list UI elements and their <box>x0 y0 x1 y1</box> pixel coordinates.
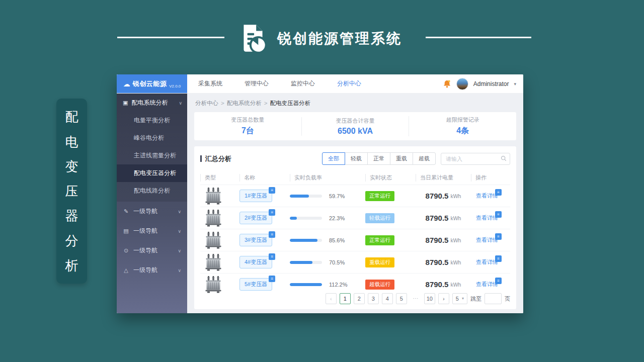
page-button-5[interactable]: 5 <box>396 293 407 304</box>
filter-light-button[interactable]: 轻载 <box>345 152 368 165</box>
app-logo[interactable]: ☁ 锐创云能源 V2.0.0 <box>117 74 187 93</box>
view-details-link[interactable]: 查看详情≡ <box>476 258 498 266</box>
table-header: 类型 名称 实时负载率 实时状态 当日累计电量 操作 <box>200 171 510 185</box>
col-header-energy: 当日累计电量 <box>416 174 471 182</box>
report-document-icon <box>236 21 270 55</box>
user-avatar[interactable] <box>456 78 468 90</box>
sidebar-item-main-line-demand[interactable]: 主进线需量分析 <box>117 147 187 164</box>
page-button-1[interactable]: 1 <box>340 293 351 304</box>
transformer-image <box>200 209 239 227</box>
sidebar: ▣ 配电系统分析 ∨ 电量平衡分析 峰谷电分析 主进线需量分析 配电变压器分析 … <box>117 94 187 313</box>
detail-badge-icon: ≡ <box>495 233 502 240</box>
check-circle-icon: ⊙ <box>123 247 129 254</box>
sidebar-item-peak-valley[interactable]: 峰谷电分析 <box>117 129 187 147</box>
warning-triangle-icon: △ <box>123 267 129 274</box>
sidebar-item-nav-3[interactable]: ⊙ 一级导航 ∨ <box>117 241 187 260</box>
banner-char: 析 <box>65 259 78 272</box>
sidebar-item-label: 一级导航 <box>133 227 157 235</box>
app-version: V2.0.0 <box>169 84 181 88</box>
transformer-name-button[interactable]: 1#变压器≡ <box>239 190 272 202</box>
detail-badge-icon: ≡ <box>495 211 502 218</box>
jump-page-input[interactable] <box>485 293 502 304</box>
sidebar-item-nav-2[interactable]: ▤ 一级导航 ∨ <box>117 221 187 241</box>
transformer-image <box>200 276 239 294</box>
nav-item-manage[interactable]: 管理中心 <box>245 79 269 88</box>
breadcrumb-current: 配电变压器分析 <box>270 100 310 106</box>
view-details-link[interactable]: 查看详情≡ <box>476 236 498 244</box>
sidebar-item-line-analysis[interactable]: 配电线路分析 <box>117 182 187 200</box>
page-size-select[interactable]: 5 ▾ <box>452 293 467 304</box>
detail-badge-icon: ≡ <box>269 231 275 238</box>
page-button-4[interactable]: 4 <box>382 293 393 304</box>
detail-badge-icon: ≡ <box>495 278 502 284</box>
breadcrumb-item[interactable]: 分析中心 <box>195 100 218 106</box>
energy-unit: kWh <box>450 237 461 243</box>
load-progressbar <box>290 195 322 198</box>
pencil-icon: ✎ <box>123 208 129 215</box>
page-button-3[interactable]: 3 <box>368 293 379 304</box>
sidebar-item-label: 一级导航 <box>133 266 157 275</box>
banner-char: 器 <box>65 209 78 222</box>
nav-item-analysis[interactable]: 分析中心 <box>337 79 361 88</box>
load-progressbar <box>290 217 322 220</box>
page-button-2[interactable]: 2 <box>354 293 365 304</box>
alarm-icon[interactable] <box>443 79 451 88</box>
search-input[interactable] <box>441 153 510 165</box>
chevron-down-icon: ∨ <box>178 209 181 214</box>
transformer-name-button[interactable]: 2#变压器≡ <box>239 212 272 224</box>
filter-heavy-button[interactable]: 重载 <box>390 152 413 165</box>
prev-page-button[interactable]: ‹ <box>326 293 337 304</box>
filter-over-button[interactable]: 超载 <box>413 152 436 165</box>
pagination-ellipsis: ··· <box>410 293 421 304</box>
side-vertical-banner: 配 电 变 压 器 分 析 <box>56 99 87 284</box>
stat-label: 超限报警记录 <box>409 116 516 124</box>
stat-label: 变压器合计容量 <box>302 117 409 125</box>
main-content: 分析中心>配电系统分析>配电变压器分析 变压器总数量 7台 变压器合计容量 65… <box>187 94 523 313</box>
next-page-button[interactable]: › <box>438 293 449 304</box>
page-size-value: 5 <box>456 294 459 304</box>
transformer-name: 5#变压器 <box>245 281 267 287</box>
nav-item-monitor[interactable]: 监控中心 <box>291 79 315 88</box>
transformer-name-button[interactable]: 4#变压器≡ <box>239 256 272 268</box>
table-row: 3#变压器≡ 85.6% 正常运行 8790.5kWh 查看详情≡ <box>200 229 510 251</box>
filter-all-button[interactable]: 全部 <box>322 152 345 165</box>
app-logo-name: 锐创云能源 <box>133 79 167 88</box>
col-header-actions: 操作 <box>471 174 510 182</box>
transformer-name-button[interactable]: 3#变压器≡ <box>239 234 272 246</box>
cloud-icon: ☁ <box>123 80 130 87</box>
page-title: 锐创能源管理系统 <box>277 29 402 48</box>
load-percent: 70.5% <box>329 259 345 265</box>
user-name[interactable]: Administrator <box>473 80 509 87</box>
topbar-right: Administrator ▾ <box>443 74 523 93</box>
view-details-link[interactable]: 查看详情≡ <box>476 281 498 288</box>
status-badge: 正常运行 <box>365 191 394 201</box>
sidebar-item-transformer-analysis[interactable]: 配电变压器分析 <box>117 164 187 182</box>
nav-item-collect[interactable]: 采集系统 <box>198 79 222 88</box>
status-badge: 轻载运行 <box>365 213 394 223</box>
stat-value: 4条 <box>409 126 516 136</box>
transformer-image <box>200 231 239 249</box>
user-menu-caret-icon[interactable]: ▾ <box>514 81 516 86</box>
sidebar-group-distribution-analysis[interactable]: ▣ 配电系统分析 ∨ <box>117 94 187 112</box>
page-button-10[interactable]: 10 <box>424 293 435 304</box>
sidebar-item-power-balance[interactable]: 电量平衡分析 <box>117 112 187 129</box>
detail-badge-icon: ≡ <box>269 209 275 216</box>
filter-normal-button[interactable]: 正常 <box>367 152 390 165</box>
view-details-link[interactable]: 查看详情≡ <box>476 192 498 200</box>
list-icon: ▤ <box>123 228 129 234</box>
col-header-load: 实时负载率 <box>290 174 365 182</box>
banner-char: 压 <box>65 185 78 198</box>
breadcrumb-item[interactable]: 配电系统分析 <box>227 100 262 106</box>
status-badge: 超载运行 <box>365 280 394 290</box>
pagination: ‹ 1 2 3 4 5 ··· 10 › 5 ▾ 跳至 <box>326 293 510 304</box>
transformer-image <box>200 187 239 205</box>
sidebar-item-nav-1[interactable]: ✎ 一级导航 ∨ <box>117 202 187 221</box>
jump-to-label: 跳至 <box>470 295 481 303</box>
sidebar-item-label: 一级导航 <box>133 207 157 216</box>
view-details-link[interactable]: 查看详情≡ <box>476 214 498 222</box>
banner-char: 变 <box>65 160 78 173</box>
sidebar-item-nav-4[interactable]: △ 一级导航 ∨ <box>117 260 187 280</box>
col-header-name: 名称 <box>239 174 290 182</box>
transformer-name-button[interactable]: 5#变压器≡ <box>239 278 272 291</box>
energy-unit: kWh <box>450 282 461 288</box>
